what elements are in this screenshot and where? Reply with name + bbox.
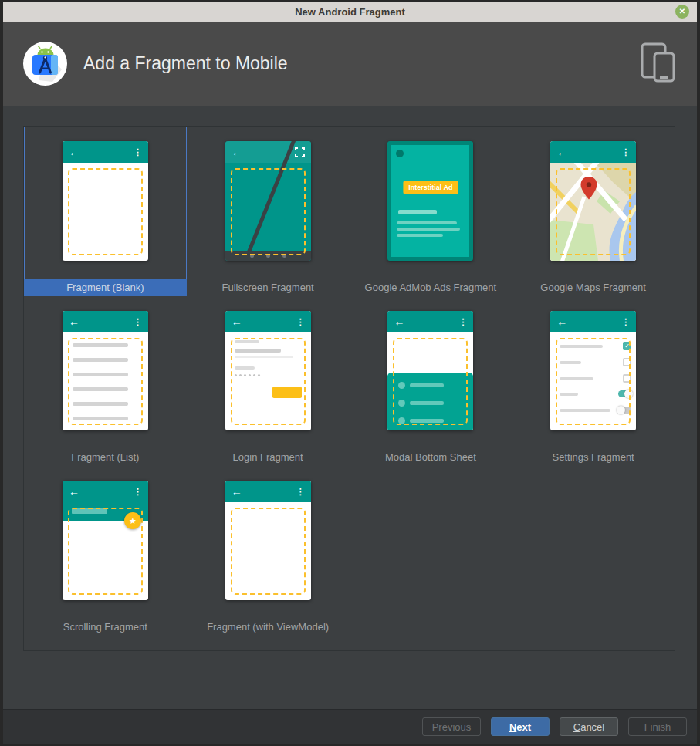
fullscreen-expand-icon xyxy=(295,147,305,157)
login-button-placeholder xyxy=(272,387,302,398)
thumbnail-modal-bottom-sheet: ← ⋮ xyxy=(387,311,473,430)
next-button[interactable]: Next xyxy=(491,717,550,736)
template-cell-modal-bottom-sheet[interactable]: ← ⋮ xyxy=(350,296,512,466)
wizard-header: Add a Fragment to Mobile xyxy=(3,22,697,106)
wizard-footer: Previous Next Cancel Finish xyxy=(3,709,697,744)
template-gallery-area: ← ⋮ Fragment (Blank) ← xyxy=(3,106,697,709)
thumbnail-fragment-blank: ← ⋮ xyxy=(63,141,148,261)
map-graphic xyxy=(550,163,636,261)
thumbnail-appbar: ← ⋮ xyxy=(550,311,636,332)
cancel-button[interactable]: Cancel xyxy=(560,717,618,736)
thumbnail-appbar: ← ⋮ xyxy=(63,141,148,163)
template-label: Scrolling Fragment xyxy=(24,619,187,636)
new-android-fragment-dialog: New Android Fragment ✕ Add a Fragment xyxy=(3,2,697,744)
fragment-placeholder-outline xyxy=(68,168,143,255)
sheet-list-item xyxy=(398,382,444,389)
back-arrow-icon: ← xyxy=(232,316,242,327)
text-line xyxy=(398,210,437,214)
empty-cell xyxy=(350,466,512,636)
list-item-line xyxy=(73,358,128,362)
overflow-menu-icon: ⋮ xyxy=(134,488,142,496)
template-grid: ← ⋮ Fragment (Blank) ← xyxy=(24,127,675,636)
fragment-placeholder-outline xyxy=(68,338,143,425)
thumbnail-login-fragment: ← ⋮ xyxy=(225,311,311,430)
close-icon: ✕ xyxy=(679,8,685,15)
template-label: Modal Bottom Sheet xyxy=(350,449,512,466)
back-arrow-icon: ← xyxy=(69,316,79,327)
thumbnail-settings-fragment: ← ⋮ ✓ xyxy=(550,311,636,430)
template-label: Google AdMob Ads Fragment xyxy=(350,279,512,296)
thumbnail-appbar: ← ⋮ xyxy=(225,481,311,502)
list-item-line xyxy=(73,402,128,406)
thumbnail-appbar: ← ⋮ xyxy=(63,311,148,332)
fragment-placeholder-outline xyxy=(231,168,306,255)
list-item-line xyxy=(73,373,128,376)
fab-star-icon: ★ xyxy=(124,512,141,529)
template-label: Google Maps Fragment xyxy=(512,279,675,296)
previous-button[interactable]: Previous xyxy=(422,717,481,736)
wizard-title: Add a Fragment to Mobile xyxy=(83,53,640,74)
back-arrow-icon: ← xyxy=(69,147,79,157)
template-cell-settings-fragment[interactable]: ← ⋮ ✓ xyxy=(512,296,675,466)
status-dot xyxy=(396,150,404,157)
toggle-on-icon xyxy=(618,390,631,397)
thumbnail-appbar: ← ⋮ xyxy=(63,481,148,502)
android-studio-logo xyxy=(23,42,67,86)
overflow-menu-icon: ⋮ xyxy=(296,318,305,326)
back-arrow-icon: ← xyxy=(394,316,404,327)
empty-cell xyxy=(512,466,675,636)
sheet-list-item xyxy=(398,417,444,424)
password-dots xyxy=(235,374,260,376)
field-label-line xyxy=(235,366,255,370)
back-arrow-icon: ← xyxy=(556,316,567,327)
input-underline xyxy=(235,356,293,358)
nav-dot xyxy=(250,254,254,258)
template-cell-fragment-list[interactable]: ← ⋮ Fragment (List) xyxy=(24,296,187,466)
thumbnail-appbar: ← ⋮ xyxy=(550,141,636,163)
template-label: Fullscreen Fragment xyxy=(187,279,350,296)
thumbnail-fragment-viewmodel: ← ⋮ xyxy=(225,481,311,600)
list-item-line xyxy=(73,343,128,347)
template-gallery-panel: ← ⋮ Fragment (Blank) ← xyxy=(23,126,675,651)
settings-row xyxy=(560,390,631,397)
text-line xyxy=(397,234,443,237)
template-cell-admob-ads-fragment[interactable]: Interstitial Ad Google AdMob Ads Fragmen… xyxy=(350,127,512,296)
template-label: Settings Fragment xyxy=(512,449,675,466)
template-cell-login-fragment[interactable]: ← ⋮ xyxy=(187,296,350,466)
text-line xyxy=(397,228,460,231)
finish-button[interactable]: Finish xyxy=(628,717,687,736)
checkbox-empty-icon xyxy=(623,374,631,383)
thumbnail-fullscreen-fragment: ← xyxy=(225,141,311,261)
template-label: Fragment (List) xyxy=(24,449,187,466)
template-cell-fragment-blank[interactable]: ← ⋮ Fragment (Blank) xyxy=(24,127,187,296)
template-cell-scrolling-fragment[interactable]: ← ⋮ ★ Scrolling Fragment xyxy=(24,466,187,636)
overflow-menu-icon: ⋮ xyxy=(621,148,630,157)
settings-row: ✓ xyxy=(560,342,631,350)
template-cell-fullscreen-fragment[interactable]: ← xyxy=(187,127,350,296)
overflow-menu-icon: ⋮ xyxy=(134,148,142,157)
overflow-menu-icon: ⋮ xyxy=(458,318,467,326)
list-item-line xyxy=(73,417,128,420)
android-studio-logo-icon xyxy=(23,42,67,86)
window-titlebar: New Android Fragment ✕ xyxy=(3,2,697,22)
bottom-sheet xyxy=(387,373,473,430)
back-arrow-icon: ← xyxy=(69,486,79,497)
back-arrow-icon: ← xyxy=(556,147,567,157)
settings-row xyxy=(560,374,631,383)
window-close-button[interactable]: ✕ xyxy=(675,5,689,19)
form-factor-devices-icon xyxy=(640,42,677,86)
thumbnail-appbar: ← ⋮ xyxy=(225,311,311,332)
fragment-placeholder-outline xyxy=(231,508,306,595)
toggle-off-icon xyxy=(618,407,631,414)
template-cell-fragment-viewmodel[interactable]: ← ⋮ Fragment (with ViewModel) xyxy=(187,466,350,636)
template-label: Fragment (with ViewModel) xyxy=(187,619,350,636)
thumbnail-scrolling-fragment: ← ⋮ ★ xyxy=(63,481,148,600)
back-arrow-icon: ← xyxy=(232,486,242,497)
checkbox-empty-icon xyxy=(623,358,631,366)
interstitial-ad-button: Interstitial Ad xyxy=(403,181,458,194)
overflow-menu-icon: ⋮ xyxy=(296,488,305,496)
template-cell-google-maps-fragment[interactable]: ← ⋮ xyxy=(512,127,675,296)
toolbar-title-line xyxy=(72,508,107,514)
back-arrow-icon: ← xyxy=(232,147,242,157)
thumbnail-appbar: ← ⋮ xyxy=(387,311,473,332)
